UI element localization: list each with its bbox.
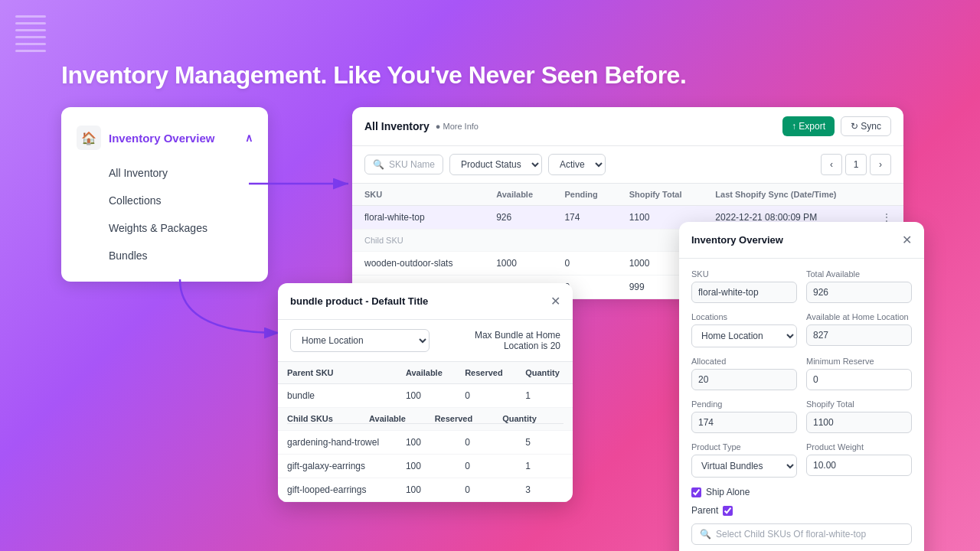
decorative-lines <box>15 15 46 52</box>
inv-overview-modal-body: SKU Total Available Locations Home Locat… <box>679 259 924 551</box>
sidebar-item-all-inventory[interactable]: All Inventory <box>61 159 268 187</box>
allocated-label: Allocated <box>691 357 797 366</box>
sidebar-item-weights[interactable]: Weights & Packages <box>61 214 268 242</box>
child-available-cell: 100 <box>397 478 456 502</box>
child-available-cell: 100 <box>397 431 456 455</box>
sidebar-active-label: Inventory Overview <box>109 132 214 145</box>
sku-row: SKU Total Available <box>691 269 912 303</box>
location-select[interactable]: Home Location <box>290 329 430 352</box>
parent-label-text: Parent <box>691 505 718 516</box>
bundle-table: Parent SKU Available Reserved Quantity b… <box>278 362 573 502</box>
sku-input[interactable] <box>691 282 797 303</box>
col-last-sync: Last Shopify Sync (Date/Time) <box>703 184 865 206</box>
col-parent-sku: Parent SKU <box>278 362 397 384</box>
ship-alone-label: Ship Alone <box>706 487 750 497</box>
available-cell: 1000 <box>484 252 552 276</box>
sidebar-header[interactable]: 🏠 Inventory Overview ∧ <box>61 119 268 159</box>
sidebar: 🏠 Inventory Overview ∧ All Inventory Col… <box>61 107 268 282</box>
bundle-modal-close-button[interactable]: ✕ <box>550 294 560 308</box>
hero-tagline: Inventory Management. Like You've Never … <box>61 61 686 90</box>
inv-overview-modal-title: Inventory Overview <box>691 234 783 246</box>
bundle-parent-row: bundle 100 0 1 <box>278 384 573 408</box>
inv-overview-modal-close-button[interactable]: ✕ <box>902 233 912 247</box>
available-home-group: Available at Home Location <box>806 312 912 347</box>
prev-page-button[interactable]: ‹ <box>821 154 842 175</box>
allocated-group: Allocated <box>691 357 797 390</box>
total-available-label: Total Available <box>806 269 912 279</box>
shopify-total-label: Shopify Total <box>806 399 912 409</box>
inv-overview-modal: Inventory Overview ✕ SKU Total Available… <box>679 222 924 551</box>
more-info-text[interactable]: ● More Info <box>436 122 479 131</box>
product-type-label: Product Type <box>691 442 797 452</box>
search-child-placeholder: Select Child SKUs Of floral-white-top <box>716 529 866 540</box>
locations-group: Locations Home Location <box>691 312 797 347</box>
child-reserved-cell: 0 <box>456 478 516 502</box>
search-icon-child: 🔍 <box>700 529 711 540</box>
product-weight-label: Product Weight <box>806 442 912 452</box>
bundle-modal-location: Home Location Max Bundle at Home Locatio… <box>278 320 573 362</box>
child-sku-section-header: Child SKUs Available Reserved Quantity <box>278 408 573 431</box>
allocated-input[interactable] <box>691 369 797 390</box>
child-available-cell: 100 <box>397 455 456 478</box>
locations-label: Locations <box>691 312 797 321</box>
min-reserve-group: Minimum Reserve <box>806 357 912 390</box>
parent-available-cell: 100 <box>397 384 456 408</box>
col-available: Available <box>397 362 456 384</box>
total-available-group: Total Available <box>806 269 912 303</box>
sku-search-box[interactable]: 🔍 SKU Name <box>364 155 443 174</box>
product-weight-input[interactable] <box>806 455 912 476</box>
bundle-child-row: gardening-hand-trowel 100 0 5 <box>278 431 573 455</box>
shopify-total-input[interactable] <box>806 412 912 433</box>
product-status-filter[interactable]: Product Status <box>449 154 542 175</box>
active-filter[interactable]: Active <box>548 154 606 175</box>
product-type-select[interactable]: Virtual Bundles <box>691 455 797 478</box>
max-bundle-text: Max Bundle at Home Location is 20 <box>439 330 561 351</box>
arrow-all-inventory <box>241 168 364 199</box>
available-home-input[interactable] <box>806 324 912 346</box>
child-sku-cell: gardening-hand-trowel <box>278 431 397 455</box>
pagination: ‹ 1 › <box>821 154 891 175</box>
pending-cell: 174 <box>552 206 616 230</box>
bundle-child-row: gift-galaxy-earrings 100 0 1 <box>278 455 573 478</box>
export-button[interactable]: ↑ Export <box>782 116 835 136</box>
child-reserved-cell: 0 <box>456 455 516 478</box>
product-type-row: Product Type Virtual Bundles Product Wei… <box>691 442 912 478</box>
pending-input[interactable] <box>691 412 797 433</box>
total-available-input[interactable] <box>806 282 912 303</box>
min-reserve-input[interactable] <box>806 369 912 390</box>
pending-group: Pending <box>691 399 797 433</box>
sidebar-item-collections[interactable]: Collections <box>61 187 268 214</box>
col-sku: SKU <box>352 184 484 206</box>
child-reserved-cell: 0 <box>456 431 516 455</box>
sync-button[interactable]: ↻ Sync <box>841 116 891 136</box>
ship-alone-checkbox[interactable] <box>691 487 701 497</box>
arrow-bundles <box>172 272 295 341</box>
panel-filters: 🔍 SKU Name Product Status Active ‹ 1 › <box>352 146 903 184</box>
sidebar-item-bundles[interactable]: Bundles <box>61 242 268 269</box>
search-icon: 🔍 <box>373 159 384 170</box>
sku-group: SKU <box>691 269 797 303</box>
product-weight-group: Product Weight <box>806 442 912 478</box>
col-pending: Pending <box>552 184 616 206</box>
parent-checkbox[interactable] <box>723 506 733 516</box>
child-quantity-cell: 3 <box>516 478 573 502</box>
panel-header: All Inventory ● More Info ↑ Export ↻ Syn… <box>352 107 903 146</box>
locations-select[interactable]: Home Location <box>691 324 797 347</box>
bundle-modal-title: bundle product - Default Title <box>290 295 428 307</box>
parent-row: Parent <box>691 505 912 516</box>
bundle-modal: bundle product - Default Title ✕ Home Lo… <box>278 283 573 502</box>
next-page-button[interactable]: › <box>870 154 891 175</box>
search-child-skus[interactable]: 🔍 Select Child SKUs Of floral-white-top <box>691 523 912 545</box>
bundle-child-row: gift-looped-earrings 100 0 3 <box>278 478 573 502</box>
min-reserve-label: Minimum Reserve <box>806 357 912 366</box>
available-cell: 926 <box>484 206 552 230</box>
panel-title: All Inventory <box>364 120 430 132</box>
inv-overview-modal-header: Inventory Overview ✕ <box>679 222 924 259</box>
locations-row: Locations Home Location Available at Hom… <box>691 312 912 347</box>
child-quantity-cell: 5 <box>516 431 573 455</box>
col-quantity: Quantity <box>516 362 573 384</box>
chevron-up-icon: ∧ <box>245 132 253 144</box>
pending-label: Pending <box>691 399 797 409</box>
pending-row: Pending Shopify Total <box>691 399 912 433</box>
allocated-row: Allocated Minimum Reserve <box>691 357 912 390</box>
